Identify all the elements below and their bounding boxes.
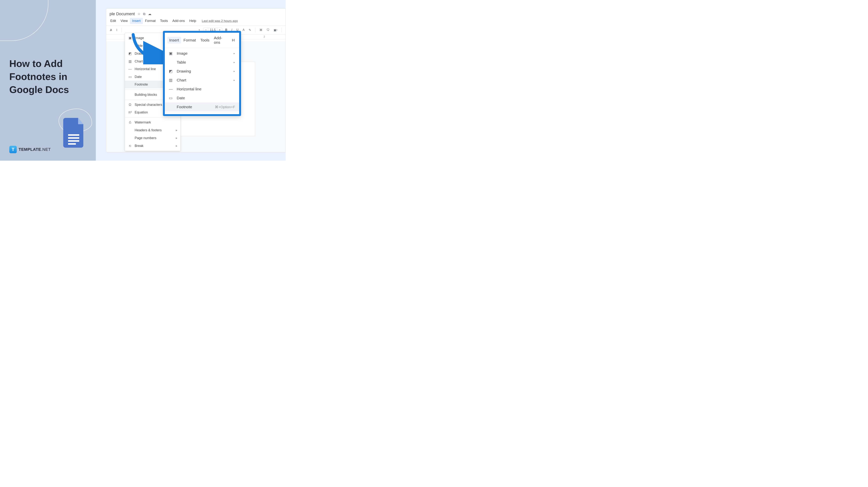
text-color-button[interactable]: A [241,28,246,32]
line-icon: — [169,87,173,91]
menu-item-label: Page numbers [135,136,173,140]
cloud-status-icon: ☁ [148,12,151,16]
google-docs-window: ple Document ☆ ⧉ ☁ Edit View Insert Form… [106,8,286,152]
highlight-button[interactable]: ✎ [248,28,252,33]
submenu-arrow-icon: ▸ [176,144,178,148]
left-info-panel: How to Add Footnotes in Google Docs T TE… [0,0,96,161]
menu-item-label: Drawing [177,69,230,73]
svg-rect-2 [68,140,79,142]
image-icon: ▣ [169,51,173,56]
right-screenshot-panel: ple Document ☆ ⧉ ☁ Edit View Insert Form… [96,0,286,161]
menu-divider [125,117,180,118]
insert-menu-headers-footers[interactable]: Headers & footers▸ [125,126,180,134]
star-icon[interactable]: ☆ [137,12,141,16]
callout-item-image[interactable]: ▣Image▸ [165,49,239,58]
keyboard-shortcut: ⌘+Option+F [215,105,235,109]
page-title: How to Add Footnotes in Google Docs [9,57,87,96]
svg-rect-0 [68,134,79,136]
title-bar: ple Document ☆ ⧉ ☁ [106,8,285,17]
add-comment-icon[interactable]: 🗨 [266,28,271,32]
pointer-arrow [126,33,163,64]
menu-item-label: Table [177,60,230,65]
callout-insert-list: ▣Image▸ Table▸ ◩Drawing▸ ▥Chart▸ —Horizo… [165,48,239,114]
callout-item-chart[interactable]: ▥Chart▸ [165,76,239,85]
menu-item-label: Headers & footers [135,128,173,132]
logo-ext: .NET [41,147,51,152]
logo-badge: T [9,146,17,153]
callout-menu-format[interactable]: Format [182,37,198,43]
paint-format-icon[interactable]: ⌇ [115,28,119,33]
callout-item-drawing[interactable]: ◩Drawing▸ [165,67,239,76]
logo-text: TEMPLATE.NET [19,147,51,152]
callout-zoom: Insert Format Tools Add-ons H ▣Image▸ Ta… [163,31,241,116]
toolbar-separator [122,28,122,32]
menu-edit[interactable]: Edit [108,18,118,24]
move-folder-icon[interactable]: ⧉ [143,12,146,16]
callout-menu-insert[interactable]: Insert [167,37,181,43]
insert-link-icon[interactable]: ⌘ [258,28,264,33]
menu-format[interactable]: Format [143,18,158,24]
google-docs-icon [63,118,86,148]
clear-format-icon[interactable]: A̷ [109,28,113,33]
insert-menu-break[interactable]: ⎋Break▸ [125,142,180,150]
submenu-arrow-icon: ▸ [234,61,235,64]
logo-word: TEMPLATE [19,147,41,152]
toolbar-separator [255,28,255,32]
last-edit-link[interactable]: Last edit was 2 hours ago [202,19,238,23]
callout-menu-help-fragment[interactable]: H [230,37,237,43]
brand-logo: T TEMPLATE.NET [9,146,51,153]
menu-addons[interactable]: Add-ons [170,18,187,24]
submenu-arrow-icon: ▸ [234,78,235,82]
chart-icon: ▥ [169,78,173,83]
callout-item-date[interactable]: ▭Date [165,94,239,102]
callout-item-footnote[interactable]: Footnote⌘+Option+F [165,102,239,111]
menu-view[interactable]: View [118,18,130,24]
omega-icon: Ω [128,103,132,107]
insert-menu-watermark[interactable]: ⎙Watermark [125,119,180,126]
callout-item-horizontal-line[interactable]: —Horizontal line [165,85,239,94]
date-icon: ▭ [169,96,173,100]
svg-rect-1 [68,137,79,139]
submenu-arrow-icon: ▸ [176,136,178,140]
menu-item-label: Footnote [177,105,212,109]
callout-menu-tools[interactable]: Tools [198,37,211,43]
document-title[interactable]: ple Document [110,11,135,17]
menu-help[interactable]: Help [187,18,198,24]
decoration-line [0,0,49,41]
callout-menu-addons[interactable]: Add-ons [212,35,229,46]
submenu-arrow-icon: ▸ [176,128,178,132]
menu-item-label: Break [135,144,173,148]
insert-menu-page-numbers[interactable]: Page numbers▸ [125,134,180,142]
line-icon: — [128,67,132,71]
menu-item-label: Date [177,96,235,100]
menubar: Edit View Insert Format Tools Add-ons He… [106,17,285,26]
menu-item-label: Horizontal line [177,87,235,91]
pi-icon: π² [128,110,132,115]
submenu-arrow-icon: ▸ [234,52,235,55]
date-icon: ▭ [128,75,132,79]
callout-item-table[interactable]: Table▸ [165,58,239,67]
menu-item-label: Chart [177,78,230,83]
watermark-icon: ⎙ [128,121,132,124]
submenu-arrow-icon: ▸ [234,69,235,73]
menu-item-label: Watermark [135,121,178,124]
menu-item-label: Image [177,51,230,56]
drawing-icon: ◩ [169,69,173,73]
svg-rect-3 [68,143,76,145]
ruler-mark: 2 [264,35,265,38]
insert-image-icon[interactable]: ▣▾ [273,28,279,33]
menu-tools[interactable]: Tools [158,18,170,24]
callout-menubar: Insert Format Tools Add-ons H [165,33,239,48]
menu-insert[interactable]: Insert [130,18,143,24]
break-icon: ⎋ [128,144,132,148]
